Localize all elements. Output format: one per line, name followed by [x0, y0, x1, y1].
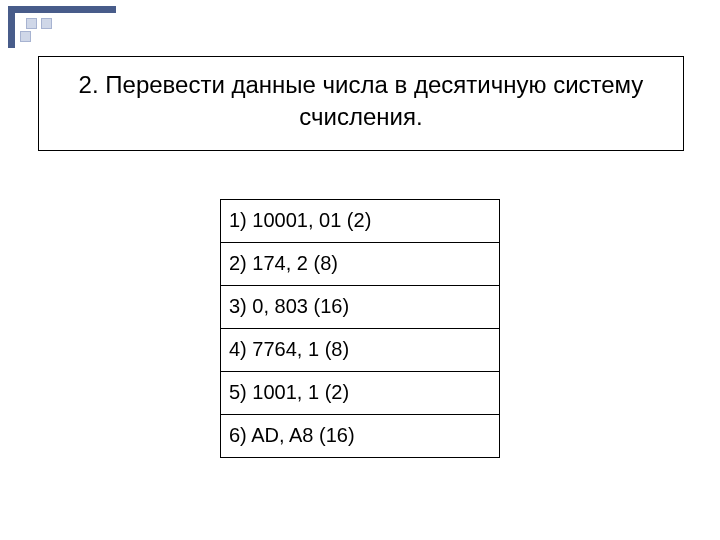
item-text: 4) 7764, 1 (8)	[229, 338, 349, 360]
item-text: 5) 1001, 1 (2)	[229, 381, 349, 403]
list-item: 1) 10001, 01 (2)	[221, 200, 499, 242]
item-text: 3) 0, 803 (16)	[229, 295, 349, 317]
task-title-box: 2. Перевести данные числа в десятичную с…	[38, 56, 684, 151]
decoration-vbar	[8, 6, 15, 48]
decoration-hbar	[8, 6, 116, 13]
list-item: 3) 0, 803 (16)	[221, 285, 499, 328]
decoration-square	[20, 31, 31, 42]
list-item: 5) 1001, 1 (2)	[221, 371, 499, 414]
list-item: 4) 7764, 1 (8)	[221, 328, 499, 371]
items-box: 1) 10001, 01 (2) 2) 174, 2 (8) 3) 0, 803…	[220, 199, 500, 458]
list-item: 2) 174, 2 (8)	[221, 242, 499, 285]
item-text: 2) 174, 2 (8)	[229, 252, 338, 274]
decoration-square	[26, 18, 37, 29]
task-title: 2. Перевести данные числа в десятичную с…	[79, 71, 644, 130]
decoration-square	[41, 18, 52, 29]
list-item: 6) AD, A8 (16)	[221, 414, 499, 457]
item-text: 6) AD, A8 (16)	[229, 424, 355, 446]
item-text: 1) 10001, 01 (2)	[229, 209, 371, 231]
